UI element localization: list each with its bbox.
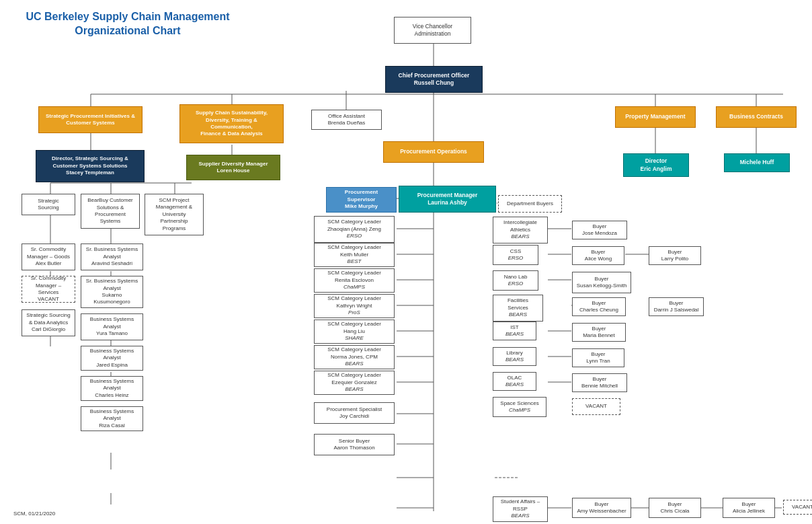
sr-business-aravind-box: Sr. Business SystemsAnalystAravind Sesha…: [81, 244, 143, 270]
supply-chain-sustainability-box: Supply Chain Sustainability,Diversity, T…: [179, 104, 284, 143]
office-assistant-box: Office AssistantBrenda Dueñas: [311, 110, 382, 130]
director-strategic-box: Director, Strategic Sourcing &Customer S…: [36, 150, 145, 182]
bsa-riza-box: Business SystemsAnalystRiza Casal: [81, 406, 143, 431]
buyer-chris-box: BuyerChris Cicala: [649, 498, 701, 518]
procurement-manager-box: Procurement ManagerLaurina Ashby: [399, 186, 496, 213]
buyer-alicia-box: BuyerAlicia Jellinek: [723, 498, 775, 518]
css-erso-box: CSSERSO: [493, 245, 538, 265]
michele-huff-box: Michele Huff: [724, 153, 790, 172]
page: UC Berkeley Supply Chain Management Orga…: [0, 0, 812, 524]
supplier-diversity-box: Supplier Diversity ManagerLoren House: [186, 155, 280, 180]
strategic-procurement-box: Strategic Procurement Initiatives &Custo…: [38, 106, 143, 133]
intercollegiate-box: IntercollegiateAthleticsBEARS: [493, 217, 548, 244]
scm-liu-box: SCM Category LeaderHang LiuSHARE: [314, 320, 395, 344]
department-buyers-box: Department Buyers: [498, 195, 562, 213]
scm-project-box: SCM ProjectManagement &UniversityPartner…: [145, 194, 204, 235]
property-management-box: Property Management: [615, 106, 696, 128]
olac-box: OLACBEARS: [493, 372, 536, 391]
scm-jones-box: SCM Category LeaderNorma Jones, CPMBEARS: [314, 345, 395, 369]
nano-lab-box: Nano LabERSO: [493, 270, 538, 291]
scm-zeng-box: SCM Category LeaderZhaoqian (Anna) ZengE…: [314, 216, 395, 243]
procurement-specialist-box: Procurement SpecialistJoy Carchidi: [314, 402, 395, 424]
buyer-alice-box: BuyerAlice Wong: [572, 246, 624, 265]
buyer-darrin-box: BuyerDarrin J Salswedal: [649, 297, 704, 316]
director-eric-box: DirectorEric Anglim: [623, 153, 689, 177]
bearbuy-box: BearBuy CustomerSolutions &ProcurementSy…: [81, 194, 140, 229]
scm-wright-box: SCM Category LeaderKathryn WrightProS: [314, 294, 395, 318]
facilities-box: FacilitiesServicesBEARS: [493, 295, 543, 322]
vice-chancellor-box: Vice ChancellorAdministration: [394, 17, 471, 44]
sr-commodity-services-box: Sr. CommodityManager – ServicesVACANT: [22, 276, 75, 303]
footer: SCM, 01/21/2020: [13, 511, 55, 517]
bsa-charles-box: Business SystemsAnalystCharles Heinz: [81, 376, 143, 401]
sr-business-sukarno-box: Sr. Business SystemsAnalystSukarnoKusumo…: [81, 276, 143, 308]
student-affairs-box: Student Affairs –RSSPBEARS: [493, 496, 548, 522]
buyer-mendoza-box: BuyerJose Mendoza: [572, 221, 627, 239]
buyer-larry-box: BuyerLarry Polito: [649, 246, 701, 265]
buyer-susan-box: BuyerSusan Kellogg-Smith: [572, 272, 631, 293]
vacant-space-sciences-box: VACANT: [572, 398, 620, 415]
sr-commodity-goods-box: Sr. CommodityManager – GoodsAlex Butler: [22, 244, 75, 270]
senior-buyer-aaron-box: Senior BuyerAaron Thomason: [314, 434, 395, 455]
strategic-data-box: Strategic Sourcing& Data AnalyticsCarl D…: [22, 309, 75, 336]
scm-gonzalez-box: SCM Category LeaderEzequier GonzalezBEAR…: [314, 371, 395, 395]
buyer-amy-box: BuyerAmy Weissenbacher: [572, 498, 631, 518]
buyer-bennie-box: BuyerBennie Mitchell: [572, 373, 627, 392]
library-box: LibraryBEARS: [493, 347, 536, 366]
strategic-sourcing-box: StrategicSourcing: [22, 194, 75, 215]
scm-muller-box: SCM Category LeaderKeith MullerBEST: [314, 243, 395, 267]
page-title: UC Berkeley Supply Chain Management Orga…: [17, 10, 239, 38]
buyer-maria-box: BuyerMaria Bennet: [572, 323, 626, 342]
buyer-charles-cheung-box: BuyerCharles Cheung: [572, 297, 626, 316]
space-sciences-box: Space SciencesChaMPS: [493, 397, 546, 417]
bsa-yura-box: Business SystemsAnalystYura Tamano: [81, 313, 143, 340]
business-contracts-box: Business Contracts: [716, 106, 797, 128]
ist-box: ISTBEARS: [493, 322, 536, 340]
buyer-lynn-box: BuyerLynn Tran: [572, 348, 624, 367]
procurement-operations-box: Procurement Operations: [383, 141, 484, 163]
bsa-jared-box: Business SystemsAnalystJared Espina: [81, 346, 143, 371]
procurement-supervisor-box: Procurement SupervisorMike Murphy: [326, 187, 397, 213]
scm-esclovon-box: SCM Category LeaderRenita EsclovonChaMPS: [314, 268, 395, 293]
cpo-box: Chief Procurement OfficerRussell Chung: [385, 66, 483, 93]
vacant-last-box: VACANT: [783, 500, 812, 515]
chart-container: UC Berkeley Supply Chain Management Orga…: [10, 7, 803, 518]
